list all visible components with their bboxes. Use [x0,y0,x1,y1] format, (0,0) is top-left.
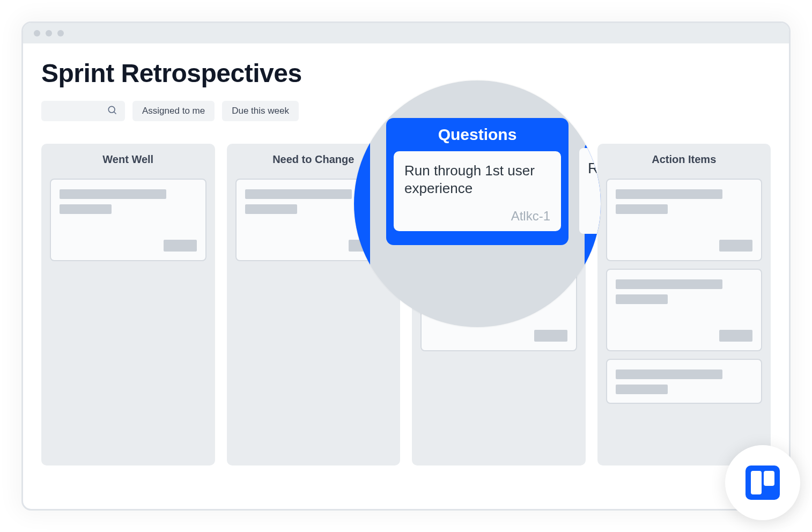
app-logo-badge[interactable] [725,445,800,520]
card[interactable] [606,269,763,351]
card-text-placeholder [616,294,668,304]
card-text-placeholder [60,204,112,214]
search-icon [107,105,117,117]
card-text-placeholder [616,279,722,289]
svg-point-0 [108,106,115,113]
svg-line-1 [114,112,116,114]
card-tag-placeholder [719,330,752,342]
card[interactable] [606,359,763,404]
magnifier-overlay: Questions Run through 1st user experienc… [354,80,601,327]
filter-label: Assigned to me [142,106,205,116]
trello-icon [745,466,780,500]
column-went-well[interactable]: Went Well [41,144,215,466]
card-text-placeholder [245,204,297,214]
card-text-placeholder [245,189,352,199]
magnified-card-text: Run through 1st user experience [404,162,550,197]
filter-due-this-week[interactable]: Due this week [222,101,299,121]
magnifier-content: Questions Run through 1st user experienc… [354,80,601,327]
window-control-close[interactable] [34,30,40,36]
magnified-column: Questions Run through 1st user experienc… [386,118,569,245]
card[interactable] [50,179,206,261]
card-text-placeholder [616,204,668,214]
window-control-minimize[interactable] [46,30,52,36]
card-tag-placeholder [719,240,752,252]
column-title: Went Well [50,153,206,166]
card-text-placeholder [616,370,722,379]
filter-assigned-to-me[interactable]: Assigned to me [132,101,215,121]
card[interactable] [606,179,763,261]
filter-label: Due this week [232,106,289,116]
magnified-card-tag: Atlkc-1 [404,209,550,224]
board-title: Sprint Retrospectives [41,58,771,88]
card-tag-placeholder [534,330,567,342]
search-input[interactable] [41,101,125,121]
card-tag-placeholder [164,240,197,252]
column-action-items[interactable]: Action Items [597,144,771,466]
card-text-placeholder [616,385,668,394]
window-control-maximize[interactable] [57,30,64,36]
card-text-placeholder [60,189,166,199]
card-text-placeholder [616,189,722,199]
magnified-column-title: Questions [394,125,561,144]
column-title: Action Items [606,153,763,166]
window-titlebar [23,23,789,43]
magnified-card[interactable]: Run through 1st user experience Atlkc-1 [394,151,561,231]
